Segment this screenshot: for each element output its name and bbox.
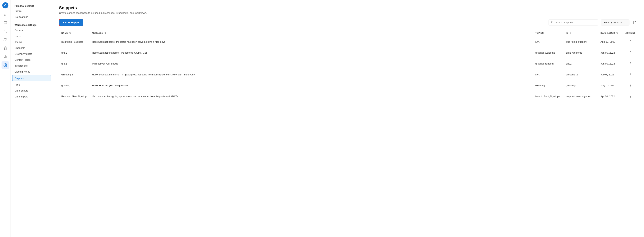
table-row: gng1 Hello $contact.firstname , welcome … bbox=[59, 47, 638, 58]
cell-id: greeting_2 bbox=[564, 69, 598, 80]
sidebar-item-data-import[interactable]: Data Import bbox=[11, 94, 53, 100]
cell-actions: ⋮ bbox=[623, 80, 638, 91]
cell-name: Greeting 2 bbox=[59, 69, 90, 80]
cell-topics: N/A bbox=[533, 69, 564, 80]
workspace-settings-heading: Workspace Settings bbox=[11, 22, 53, 27]
cell-message: Hello! How are you doing today? bbox=[90, 80, 533, 91]
cell-topics: Greeting bbox=[533, 80, 564, 91]
svg-point-6 bbox=[552, 21, 553, 23]
cell-topics: grubngo,random bbox=[533, 58, 564, 69]
filter-by-topic-dropdown[interactable]: Filter by Topic ▾ bbox=[601, 19, 630, 25]
icon-sidebar: C ⌂ bbox=[0, 0, 11, 237]
home-nav-icon[interactable]: ⌂ bbox=[2, 11, 9, 18]
sidebar-item-files[interactable]: Files bbox=[11, 82, 53, 88]
table-row: gng2 I will deliver your goods grubngo,r… bbox=[59, 58, 638, 69]
sidebar-item-data-export[interactable]: Data Export bbox=[11, 88, 53, 94]
col-header-actions: ACTIONS bbox=[623, 30, 638, 36]
filter-label: Filter by Topic bbox=[604, 21, 619, 24]
cell-id: grub_welcome bbox=[564, 47, 598, 58]
cell-actions: ⋮ bbox=[623, 91, 638, 102]
cell-date-added: Apr 20, 2022 bbox=[598, 91, 623, 102]
cell-date-added: May 03, 2021 bbox=[598, 80, 623, 91]
analytics-nav-icon[interactable] bbox=[2, 53, 9, 60]
toolbar: + Add Snippet Filter by Topic ▾ bbox=[59, 19, 638, 26]
cell-actions: ⋮ bbox=[623, 58, 638, 69]
sidebar-item-profile[interactable]: Profile bbox=[11, 8, 53, 14]
page-subtitle: Create canned responses to be used in Me… bbox=[59, 11, 638, 14]
sidebar-item-growth-widgets[interactable]: Growth Widgets bbox=[11, 51, 53, 57]
cell-topics: grubngo,welcome bbox=[533, 47, 564, 58]
add-snippet-button[interactable]: + Add Snippet bbox=[59, 19, 84, 26]
cell-actions: ⋮ bbox=[623, 69, 638, 80]
sort-icon-id: ⇅ bbox=[570, 32, 571, 34]
row-actions-button[interactable]: ⋮ bbox=[627, 50, 634, 55]
cell-date-added: Jan 09, 2023 bbox=[598, 58, 623, 69]
cell-name: gng2 bbox=[59, 58, 90, 69]
svg-marker-1 bbox=[4, 47, 7, 50]
table-row: Bug fixed - Support Hello $contact.name,… bbox=[59, 36, 638, 47]
settings-nav-icon[interactable] bbox=[2, 61, 9, 69]
search-icon bbox=[551, 21, 554, 24]
col-header-topics: TOPICS bbox=[533, 30, 564, 36]
col-header-name: NAME ⇅ bbox=[59, 30, 90, 36]
chat-nav-icon[interactable] bbox=[2, 19, 9, 27]
inbox-nav-icon[interactable] bbox=[2, 36, 9, 44]
table-row: Respond New Sign Up You can start by sig… bbox=[59, 91, 638, 102]
sidebar-item-integrations[interactable]: Integrations bbox=[11, 63, 53, 69]
search-input[interactable] bbox=[555, 21, 594, 24]
cell-date-added: Jan 09, 2023 bbox=[598, 47, 623, 58]
sort-icon-name: ⇅ bbox=[69, 32, 71, 34]
main-content: Snippets Create canned responses to be u… bbox=[53, 0, 644, 237]
sidebar-item-snippets[interactable]: Snippets bbox=[12, 75, 51, 81]
sidebar-item-users[interactable]: Users bbox=[11, 33, 53, 39]
sidebar-item-notifications[interactable]: Notifications bbox=[11, 14, 53, 20]
svg-point-0 bbox=[4, 30, 6, 31]
row-actions-button[interactable]: ⋮ bbox=[627, 82, 634, 88]
sidebar-item-general[interactable]: General bbox=[11, 27, 53, 33]
contacts-nav-icon[interactable] bbox=[2, 27, 9, 35]
cell-message: Hello, $contact.firstname, I'm $assignee… bbox=[90, 69, 533, 80]
integrations-nav-icon[interactable] bbox=[2, 44, 9, 52]
sidebar-item-channels[interactable]: Channels bbox=[11, 45, 53, 51]
cell-date-added: Jul 07, 2022 bbox=[598, 69, 623, 80]
svg-point-5 bbox=[5, 65, 6, 66]
col-header-id: ID ⇅ bbox=[564, 30, 598, 36]
row-actions-button[interactable]: ⋮ bbox=[627, 39, 634, 45]
cell-actions: ⋮ bbox=[623, 36, 638, 47]
snippets-table: NAME ⇅ MESSAGE ⇅ TOPICS ID ⇅ DATE ADDED … bbox=[59, 30, 638, 102]
cell-id: bug_fixed_support bbox=[564, 36, 598, 47]
search-box[interactable] bbox=[548, 19, 598, 25]
cell-message: I will deliver your goods bbox=[90, 58, 533, 69]
cell-name: gng1 bbox=[59, 47, 90, 58]
sidebar-item-teams[interactable]: Teams bbox=[11, 39, 53, 45]
cell-topics: How to Start,Sign Ups bbox=[533, 91, 564, 102]
cell-message: Hello $contact.name, the issue has been … bbox=[90, 36, 533, 47]
row-actions-button[interactable]: ⋮ bbox=[627, 72, 634, 77]
chevron-down-icon: ▾ bbox=[620, 21, 622, 24]
table-row: Greeting 2 Hello, $contact.firstname, I'… bbox=[59, 69, 638, 80]
cell-topics: N/A bbox=[533, 36, 564, 47]
col-header-message: MESSAGE ⇅ bbox=[90, 30, 533, 36]
left-navigation: Personal Settings Profile Notifications … bbox=[11, 0, 53, 237]
sidebar-item-contact-fields[interactable]: Contact Fields bbox=[11, 57, 53, 63]
sidebar-item-closing-notes[interactable]: Closing Notes bbox=[11, 69, 53, 75]
cell-actions: ⋮ bbox=[623, 47, 638, 58]
cell-date-added: Aug 17, 2022 bbox=[598, 36, 623, 47]
cell-id: gng2 bbox=[564, 58, 598, 69]
export-icon[interactable] bbox=[632, 19, 638, 26]
cell-message: You can start by signing up for a respon… bbox=[90, 91, 533, 102]
cell-name: Bug fixed - Support bbox=[59, 36, 90, 47]
cell-name: Respond New Sign Up bbox=[59, 91, 90, 102]
sort-icon-message: ⇅ bbox=[104, 32, 106, 34]
cell-message: Hello $contact.firstname , welcome to Gr… bbox=[90, 47, 533, 58]
user-avatar[interactable]: C bbox=[2, 2, 8, 8]
row-actions-button[interactable]: ⋮ bbox=[627, 93, 634, 99]
col-header-date-added: DATE ADDED ⇅ bbox=[598, 30, 623, 36]
svg-line-7 bbox=[553, 23, 554, 23]
cell-name: greeting1 bbox=[59, 80, 90, 91]
row-actions-button[interactable]: ⋮ bbox=[627, 61, 634, 66]
page-title: Snippets bbox=[59, 5, 638, 10]
sort-icon-date: ⇅ bbox=[616, 32, 618, 34]
cell-id: greeting1 bbox=[564, 80, 598, 91]
personal-settings-heading: Personal Settings bbox=[11, 3, 53, 8]
